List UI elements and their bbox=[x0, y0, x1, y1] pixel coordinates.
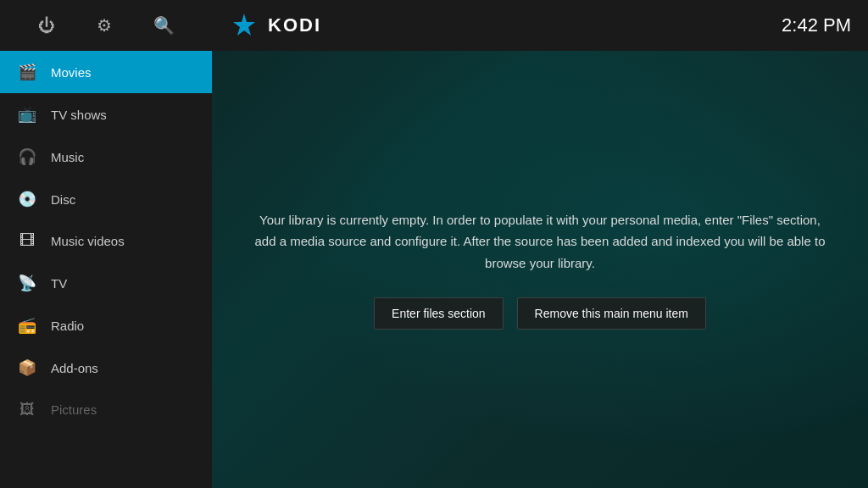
disc-icon: 💿 bbox=[17, 190, 37, 208]
add-ons-icon: 📦 bbox=[17, 358, 37, 377]
sidebar-label-music-videos: Music videos bbox=[51, 234, 125, 248]
sidebar-item-disc[interactable]: 💿Disc bbox=[0, 178, 212, 220]
top-row: ⏻ ⚙ 🔍 KODI 2:42 PM bbox=[0, 0, 868, 51]
icon-bar: ⏻ ⚙ 🔍 bbox=[0, 0, 212, 51]
music-icon: 🎧 bbox=[17, 147, 37, 166]
settings-icon[interactable]: ⚙ bbox=[90, 8, 119, 42]
sidebar-item-pictures[interactable]: 🖼Pictures bbox=[0, 389, 212, 430]
sidebar: 🎬Movies📺TV shows🎧Music💿Disc🎞Music videos… bbox=[0, 51, 212, 488]
sidebar-label-tv: TV bbox=[51, 276, 67, 291]
tv-icon: 📡 bbox=[17, 274, 37, 292]
enter-files-button[interactable]: Enter files section bbox=[374, 297, 504, 330]
sidebar-label-add-ons: Add-ons bbox=[51, 361, 98, 375]
movies-icon: 🎬 bbox=[17, 63, 37, 81]
content-area: Your library is currently empty. In orde… bbox=[212, 51, 868, 488]
search-icon[interactable]: 🔍 bbox=[147, 8, 181, 42]
sidebar-item-movies[interactable]: 🎬Movies bbox=[0, 51, 212, 93]
sidebar-label-movies: Movies bbox=[51, 65, 92, 80]
remove-menu-item-button[interactable]: Remove this main menu item bbox=[517, 297, 706, 330]
header-left: KODI bbox=[229, 10, 321, 41]
header-time: 2:42 PM bbox=[782, 14, 851, 36]
sidebar-label-pictures: Pictures bbox=[51, 402, 97, 417]
action-buttons: Enter files section Remove this main men… bbox=[374, 297, 706, 330]
sidebar-item-tv-shows[interactable]: 📺TV shows bbox=[0, 93, 212, 136]
radio-icon: 📻 bbox=[17, 316, 37, 335]
power-icon[interactable]: ⏻ bbox=[31, 9, 62, 42]
sidebar-item-radio[interactable]: 📻Radio bbox=[0, 304, 212, 347]
sidebar-label-radio: Radio bbox=[51, 319, 84, 333]
pictures-icon: 🖼 bbox=[17, 401, 37, 419]
sidebar-label-disc: Disc bbox=[51, 192, 75, 207]
main-layout: 🎬Movies📺TV shows🎧Music💿Disc🎞Music videos… bbox=[0, 51, 868, 488]
sidebar-item-music-videos[interactable]: 🎞Music videos bbox=[0, 220, 212, 262]
sidebar-item-add-ons[interactable]: 📦Add-ons bbox=[0, 347, 212, 389]
sidebar-item-tv[interactable]: 📡TV bbox=[0, 262, 212, 304]
kodi-logo-icon bbox=[229, 10, 259, 41]
header: KODI 2:42 PM bbox=[212, 0, 868, 51]
tv-shows-icon: 📺 bbox=[17, 105, 37, 124]
app-title: KODI bbox=[268, 14, 321, 36]
sidebar-label-tv-shows: TV shows bbox=[51, 108, 107, 122]
empty-library-message: Your library is currently empty. In orde… bbox=[252, 209, 828, 274]
sidebar-label-music: Music bbox=[51, 150, 84, 164]
music-videos-icon: 🎞 bbox=[17, 232, 37, 250]
sidebar-item-music[interactable]: 🎧Music bbox=[0, 136, 212, 178]
